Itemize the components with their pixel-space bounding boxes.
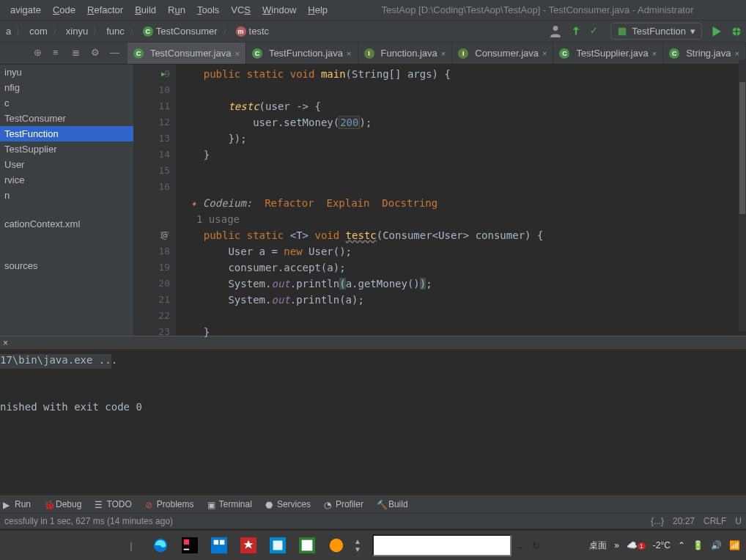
tw-run[interactable]: ▶Run bbox=[3, 499, 31, 509]
vcs-commit-icon[interactable]: ✓ bbox=[590, 25, 603, 38]
status-line-ending[interactable]: CRLF bbox=[703, 516, 726, 526]
tree-item[interactable]: c bbox=[0, 95, 133, 111]
crumb-class[interactable]: CTestConsumer bbox=[140, 24, 221, 38]
tb-weather-icon[interactable]: ☁️1 bbox=[627, 540, 646, 550]
tb-intellij[interactable] bbox=[176, 534, 204, 557]
tw-profiler[interactable]: ◔Profiler bbox=[324, 499, 363, 509]
scrollbar-thumb[interactable] bbox=[739, 82, 745, 214]
expand-icon[interactable]: ≡ bbox=[53, 47, 66, 60]
tree-item[interactable]: inyu bbox=[0, 65, 133, 80]
console-output[interactable]: 17\bin\java.exe ... nished with exit cod… bbox=[0, 350, 746, 495]
windows-taskbar: | ▲▼ ⌄ ↻ 桌面 » ☁️1 -2°C ⌃ 🔋 🔊 📶 bbox=[0, 531, 746, 560]
tree-item[interactable]: sources bbox=[0, 258, 133, 273]
tw-problems[interactable]: ⊘Problems bbox=[145, 499, 194, 509]
vcs-update-icon[interactable] bbox=[569, 25, 583, 38]
editor[interactable]: 9 10 11 12 13 14 15 16 @17 18 19 20 21 2… bbox=[133, 65, 746, 336]
crumb-com[interactable]: com bbox=[26, 24, 51, 38]
tree-item[interactable]: nfig bbox=[0, 80, 133, 95]
tb-temperature[interactable]: -2°C bbox=[653, 540, 671, 550]
codeium-hints[interactable]: ✦ Codeium: Refactor Explain Docstring bbox=[176, 195, 746, 211]
terminal-icon: ▣ bbox=[207, 500, 216, 509]
dropdown-icon: ▾ bbox=[690, 26, 695, 37]
tw-build[interactable]: 🔨Build bbox=[377, 499, 408, 509]
close-icon[interactable]: × bbox=[347, 49, 351, 58]
tree-item[interactable]: cationContext.xml bbox=[0, 216, 133, 232]
debug-button[interactable] bbox=[730, 25, 743, 38]
tb-app3[interactable] bbox=[205, 534, 233, 557]
svg-rect-0 bbox=[618, 27, 627, 35]
menu-vcs[interactable]: VCS bbox=[225, 1, 256, 18]
close-icon[interactable]: × bbox=[735, 49, 739, 58]
close-icon[interactable]: × bbox=[542, 49, 547, 58]
hide-icon[interactable]: — bbox=[110, 47, 123, 60]
menu-navigate[interactable]: avigate bbox=[4, 1, 47, 18]
close-icon[interactable]: × bbox=[441, 49, 446, 58]
tb-app7[interactable] bbox=[322, 534, 350, 557]
tw-todo[interactable]: ☰TODO bbox=[95, 499, 131, 509]
project-tree[interactable]: inyu nfig c TestConsumer TestFunction Te… bbox=[0, 65, 133, 336]
tw-services[interactable]: ⬣Services bbox=[265, 499, 311, 509]
menu-code[interactable]: Code bbox=[47, 1, 81, 18]
services-icon: ⬣ bbox=[265, 500, 274, 509]
tb-app6[interactable] bbox=[293, 534, 321, 557]
play-icon: ▶ bbox=[3, 500, 12, 509]
tb-refresh[interactable]: ↻ bbox=[528, 534, 544, 557]
menu-help[interactable]: Help bbox=[302, 1, 333, 18]
run-config-icon bbox=[617, 26, 627, 37]
tree-item[interactable]: rvice bbox=[0, 172, 133, 188]
tree-item-selected[interactable]: TestFunction bbox=[0, 126, 133, 141]
build-icon: 🔨 bbox=[377, 500, 385, 509]
menu-window[interactable]: Window bbox=[256, 1, 302, 18]
collapse-icon[interactable]: ≣ bbox=[72, 47, 85, 60]
tb-battery-icon[interactable]: 🔋 bbox=[693, 540, 703, 550]
tab-testfunction[interactable]: CTestFunction.java× bbox=[246, 43, 358, 64]
tree-item[interactable]: TestSupplier bbox=[0, 141, 133, 157]
run-gutter-icon[interactable]: 9 bbox=[133, 66, 176, 82]
settings-icon[interactable]: ⚙ bbox=[91, 47, 104, 60]
tb-scroll-up[interactable]: ▲▼ bbox=[352, 534, 363, 557]
bug-icon: 🐞 bbox=[44, 500, 53, 509]
usage-hint[interactable]: 1 usage bbox=[176, 211, 746, 227]
menu-refactor[interactable]: Refactor bbox=[81, 1, 129, 18]
crumb-method[interactable]: mtestc bbox=[233, 24, 272, 38]
menu-tools[interactable]: Tools bbox=[191, 1, 225, 18]
editor-scrollbar[interactable] bbox=[739, 60, 746, 331]
console-close-icon[interactable]: × bbox=[0, 338, 11, 348]
users-icon[interactable] bbox=[549, 25, 562, 38]
tree-item[interactable]: TestConsumer bbox=[0, 111, 133, 126]
run-button[interactable] bbox=[709, 25, 723, 38]
tw-debug[interactable]: 🐞Debug bbox=[44, 499, 81, 509]
tree-item[interactable]: n bbox=[0, 188, 133, 203]
tab-consumer[interactable]: IConsumer.java× bbox=[452, 43, 553, 64]
tb-edge[interactable] bbox=[147, 534, 174, 557]
tw-terminal[interactable]: ▣Terminal bbox=[207, 499, 252, 509]
tab-testconsumer[interactable]: CTestConsumer.java× bbox=[128, 43, 246, 64]
crumb-func[interactable]: func bbox=[103, 24, 128, 38]
tb-app5[interactable] bbox=[264, 534, 292, 557]
crumb-xinyu[interactable]: xinyu bbox=[63, 24, 91, 38]
tab-testsupplier[interactable]: CTestSupplier.java× bbox=[553, 43, 663, 64]
tb-volume-icon[interactable]: 🔊 bbox=[711, 540, 722, 550]
tb-wifi-icon[interactable]: 📶 bbox=[729, 540, 740, 550]
tree-item[interactable]: User bbox=[0, 157, 133, 172]
tb-app4[interactable] bbox=[234, 534, 262, 557]
close-icon[interactable]: × bbox=[652, 49, 657, 58]
crumb-a[interactable]: a bbox=[3, 24, 14, 38]
status-position[interactable]: 20:27 bbox=[673, 516, 695, 526]
tb-search-dropdown[interactable]: ⌄ bbox=[512, 534, 528, 557]
tb-tray-up-icon[interactable]: ⌃ bbox=[678, 540, 685, 550]
status-encoding[interactable]: U bbox=[735, 516, 742, 526]
close-icon[interactable]: × bbox=[234, 49, 239, 58]
tb-more-icon[interactable]: » bbox=[614, 540, 619, 550]
status-braces[interactable]: {...} bbox=[651, 516, 664, 526]
breadcrumb: a〉 com〉 xinyu〉 func〉 CTestConsumer〉 mtes… bbox=[3, 24, 549, 38]
run-config-selector[interactable]: TestFunction ▾ bbox=[610, 23, 702, 40]
tab-string[interactable]: CString.java× bbox=[663, 43, 746, 64]
menu-build[interactable]: Build bbox=[129, 1, 162, 18]
tab-function[interactable]: IFunction.java× bbox=[358, 43, 453, 64]
menu-run[interactable]: Run bbox=[162, 1, 191, 18]
taskbar-search[interactable] bbox=[372, 534, 512, 556]
locate-icon[interactable]: ⊕ bbox=[34, 47, 47, 60]
code-area[interactable]: public static void main(String[] args) {… bbox=[176, 65, 746, 336]
tb-desktop-label[interactable]: 桌面 bbox=[589, 539, 607, 552]
